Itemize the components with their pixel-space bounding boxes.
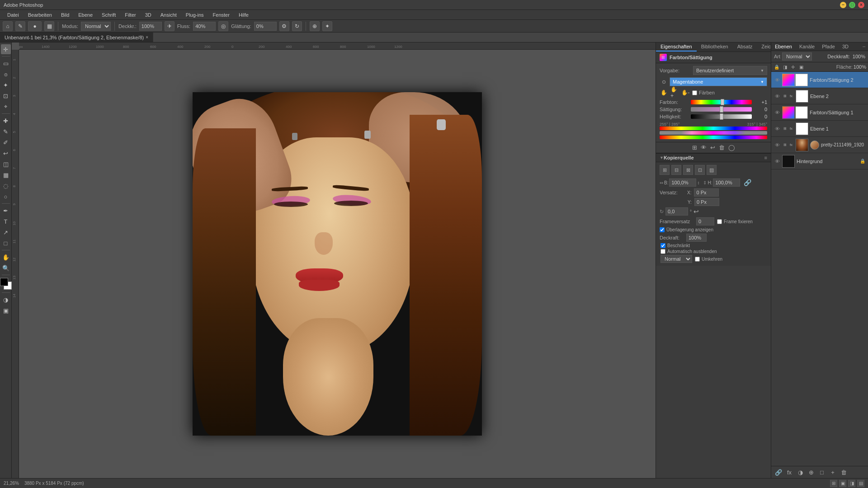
smooth-input[interactable] bbox=[254, 22, 277, 31]
helligkeit-thumb[interactable] bbox=[720, 113, 723, 120]
frameversatz-input[interactable] bbox=[696, 217, 714, 225]
lock-all-icon[interactable]: 🔒 bbox=[773, 63, 780, 70]
layer-row[interactable]: 👁 ⊞ fx Ebene 1 bbox=[771, 121, 868, 137]
layer-visibility-btn[interactable]: 👁 bbox=[774, 93, 780, 99]
rotate-btn[interactable]: ↻ bbox=[292, 21, 302, 31]
clone-stamp-tool[interactable]: ✐ bbox=[1, 137, 11, 147]
delete-icon[interactable]: 🗑 bbox=[719, 144, 725, 151]
delete-layer-btn[interactable]: 🗑 bbox=[839, 468, 848, 477]
flow-btn[interactable]: ◎ bbox=[218, 21, 228, 31]
tab-bibliotheken[interactable]: Bibliotheken bbox=[697, 42, 733, 52]
new-layer-btn[interactable]: + bbox=[828, 468, 837, 477]
clone-btn[interactable]: ⊕ bbox=[310, 21, 320, 31]
lock-position-icon[interactable]: ✛ bbox=[789, 63, 797, 70]
tab-ebenen[interactable]: Ebenen bbox=[771, 42, 796, 51]
status-btn-2[interactable]: ▣ bbox=[839, 480, 846, 487]
kopier-mode-select[interactable]: Normal bbox=[660, 255, 692, 263]
ueberlagerung-check[interactable] bbox=[660, 227, 665, 232]
menu-3d[interactable]: 3D bbox=[142, 11, 155, 19]
brush-tool[interactable]: ✎ bbox=[1, 127, 11, 136]
beschraenkt-check[interactable] bbox=[660, 243, 665, 248]
breite-input[interactable]: 100,0% bbox=[669, 178, 696, 187]
layer-row[interactable]: 👁 Farbton/Sättigung 2 bbox=[771, 72, 868, 88]
tab-close-btn[interactable]: × bbox=[146, 35, 148, 40]
eraser-tool[interactable]: ◫ bbox=[1, 159, 11, 169]
reset-icon[interactable]: ↩ bbox=[710, 144, 715, 151]
marquee-tool[interactable]: ▭ bbox=[1, 58, 11, 68]
link-icon[interactable]: 🔗 bbox=[744, 179, 751, 186]
kopier-menu-icon[interactable]: ≡ bbox=[764, 155, 767, 160]
layer-row[interactable]: 👁 ⊞ fx pretty-2111499_1920 bbox=[771, 137, 868, 153]
channel-dropdown[interactable]: Magentabone ▼ bbox=[670, 77, 767, 86]
helligkeit-track[interactable] bbox=[691, 114, 752, 119]
source-2-btn[interactable]: ⊟ bbox=[671, 165, 681, 175]
path-select-tool[interactable]: ↗ bbox=[1, 227, 11, 237]
history-brush-tool[interactable]: ↩ bbox=[1, 148, 11, 158]
status-btn-1[interactable]: ⊞ bbox=[830, 480, 837, 487]
menu-datei[interactable]: Datei bbox=[4, 11, 23, 19]
screen-mode-btn[interactable]: ▣ bbox=[1, 305, 11, 315]
menu-bild[interactable]: Bild bbox=[57, 11, 73, 19]
history-btn[interactable]: ✦ bbox=[322, 21, 332, 31]
quick-select-tool[interactable]: ✦ bbox=[1, 80, 11, 90]
lock-artboard-icon[interactable]: ▣ bbox=[797, 63, 805, 70]
frame-fixieren-check[interactable] bbox=[717, 219, 722, 224]
adjustment-btn[interactable]: ⊕ bbox=[807, 468, 816, 477]
opacity-input[interactable] bbox=[139, 22, 162, 31]
sub-picker-icon[interactable]: ✋- bbox=[681, 89, 689, 97]
deckraft-input[interactable] bbox=[686, 234, 707, 242]
status-btn-3[interactable]: ◨ bbox=[848, 480, 855, 487]
tab-3d[interactable]: 3D bbox=[839, 42, 852, 51]
faerben-check[interactable] bbox=[692, 90, 697, 95]
layer-visibility-btn[interactable]: 👁 bbox=[774, 126, 780, 132]
hand-tool[interactable]: ✋ bbox=[1, 252, 11, 262]
mask-btn[interactable]: ◑ bbox=[796, 468, 805, 477]
eyedropper-tool[interactable]: ⌖ bbox=[1, 102, 11, 112]
menu-plugins[interactable]: Plug-ins bbox=[182, 11, 208, 19]
lock-pixels-icon[interactable]: ◨ bbox=[781, 63, 788, 70]
airbrush-btn[interactable]: ✈ bbox=[165, 21, 175, 31]
foreground-color-swatch[interactable] bbox=[0, 278, 8, 286]
source-1-btn[interactable]: ⊞ bbox=[660, 165, 670, 175]
channel-icon[interactable]: ⊙ bbox=[660, 78, 668, 86]
settings-btn[interactable]: ⚙ bbox=[279, 21, 289, 31]
layer-mode-select[interactable]: Normal bbox=[782, 52, 812, 61]
quick-mask-btn[interactable]: ◑ bbox=[1, 295, 11, 305]
menu-ebene[interactable]: Ebene bbox=[75, 11, 96, 19]
hoehe-input[interactable]: 100,0% bbox=[713, 178, 740, 187]
brush-tool-btn[interactable]: ✎ bbox=[15, 21, 25, 31]
umkehren-check[interactable] bbox=[695, 257, 700, 262]
maximize-button[interactable]: □ bbox=[849, 2, 855, 8]
saettigung-thumb[interactable] bbox=[720, 106, 723, 113]
status-btn-4[interactable]: ▤ bbox=[857, 480, 864, 487]
close-button[interactable]: × bbox=[858, 2, 864, 8]
shape-tool[interactable]: □ bbox=[1, 238, 11, 248]
layers-collapse[interactable]: – bbox=[860, 42, 868, 51]
brush-type-btn[interactable]: ▦ bbox=[44, 21, 54, 31]
tab-pfade[interactable]: Pfade bbox=[818, 42, 839, 51]
menu-ansicht[interactable]: Ansicht bbox=[157, 11, 180, 19]
layer-row[interactable]: 👁 ⊞ fx Ebene 2 bbox=[771, 88, 868, 104]
menu-fenster[interactable]: Fenster bbox=[209, 11, 233, 19]
menu-bearbeiten[interactable]: Bearbeiten bbox=[24, 11, 56, 19]
tab-kanaele[interactable]: Kanäle bbox=[796, 42, 818, 51]
dodge-tool[interactable]: ○ bbox=[1, 192, 11, 202]
layer-visibility-btn[interactable]: 👁 bbox=[774, 158, 780, 164]
winkel-input[interactable] bbox=[665, 207, 688, 216]
breite-adjust-icon[interactable]: ↕ bbox=[697, 180, 699, 185]
zoom-tool[interactable]: 🔍 bbox=[1, 263, 11, 273]
x-input[interactable] bbox=[694, 188, 719, 197]
flip-icon[interactable]: ↩ bbox=[693, 208, 699, 215]
farbton-thumb[interactable] bbox=[721, 99, 724, 105]
layer-visibility-btn[interactable]: 👁 bbox=[774, 77, 780, 83]
tab-absatz[interactable]: Absatz bbox=[733, 42, 757, 52]
move-tool[interactable]: ✛ bbox=[1, 44, 11, 54]
menu-hilfe[interactable]: Hilfe bbox=[235, 11, 252, 19]
layer-visibility-btn[interactable]: 👁 bbox=[774, 109, 780, 116]
layer-row[interactable]: 👁 Hintergrund 🔒 bbox=[771, 153, 868, 169]
clip-icon[interactable]: ⊞ bbox=[692, 144, 697, 151]
blur-tool[interactable]: ◌ bbox=[1, 181, 11, 191]
kopier-collapse-icon[interactable]: ▼ bbox=[660, 155, 664, 160]
hand-picker-icon[interactable]: ✋ bbox=[660, 89, 668, 97]
layer-row[interactable]: 👁 Farbton/Sättigung 1 bbox=[771, 104, 868, 121]
